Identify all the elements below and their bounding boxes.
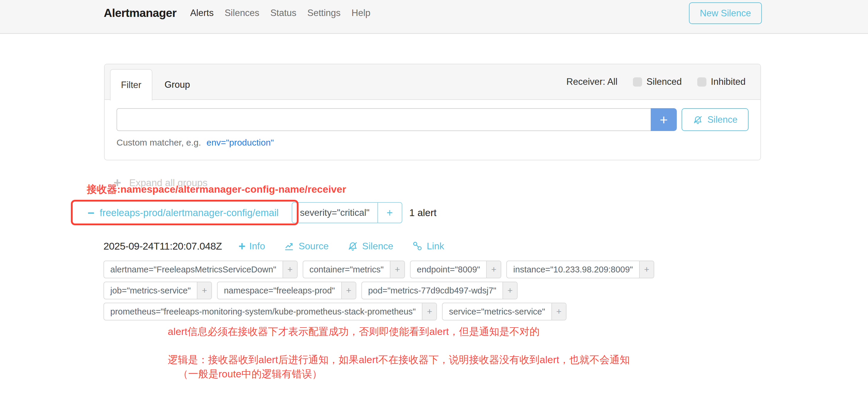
alert-labels: alertname="FreeleapsMetricsServiceDown" … [103,260,654,320]
alert-timestamp: 2025-09-24T11:20:07.048Z [103,240,222,252]
link-icon [412,240,423,252]
annotation-note-2: 逻辑是：接收器收到alert后进行通知，如果alert不在接收器下，说明接收器没… [168,353,630,367]
bell-slash-icon [347,240,359,252]
filter-card: Filter Group Receiver: All Silenced Inhi… [104,64,761,160]
silenced-checkbox[interactable] [633,78,642,87]
group-receiver-link[interactable]: freeleaps-prod/alertmanager-config/email [100,207,278,218]
label-tag: job="metrics-service" + [103,282,212,299]
silence-action[interactable]: Silence [347,240,393,252]
silence-action-label: Silence [362,241,393,252]
label-tag: alertname="FreeleapsMetricsServiceDown" … [103,260,298,278]
label-tag-text[interactable]: endpoint="8009" [410,261,486,278]
plus-icon: + [660,112,668,128]
source-action-label: Source [299,241,329,252]
brand-link[interactable]: Alertmanager [104,6,176,20]
tab-group[interactable]: Group [152,69,202,100]
plus-icon: + [238,240,245,252]
receiver-annotation: 接收器:namespace/altermanager-config-name/r… [87,183,346,196]
nav-links: Alerts Silences Status Settings Help [190,8,370,19]
nav-item-silences[interactable]: Silences [225,8,259,19]
plus-icon: + [386,207,393,219]
alert-group-row: − freeleaps-prod/alertmanager-config/ema… [88,201,436,225]
label-tag-text[interactable]: job="metrics-service" [104,282,197,299]
alertmanager-page: Alertmanager Alerts Silences Status Sett… [0,0,868,399]
annotation-note-1: alert信息必须在接收器下才表示配置成功，否则即使能看到alert，但是通知是… [168,325,539,339]
alert-count: 1 alert [409,207,437,218]
tab-filter[interactable]: Filter [110,69,152,100]
inhibited-checkbox-group[interactable]: Inhibited [697,76,746,87]
label-add-button[interactable]: + [639,261,654,278]
label-tag-text[interactable]: pod="metrics-77d9cdb497-wdsj7" [362,282,502,299]
label-tag-text[interactable]: service="metrics-service" [443,303,551,320]
label-tag: instance="10.233.98.209:8009" + [506,260,654,278]
label-tag-text[interactable]: instance="10.233.98.209:8009" [507,261,639,278]
filter-card-header: Filter Group Receiver: All Silenced Inhi… [105,64,761,100]
label-tag: namespace="freeleaps-prod" + [217,282,356,299]
alert-meta-row: 2025-09-24T11:20:07.048Z + Info Source [103,240,444,252]
nav-item-settings[interactable]: Settings [307,8,341,19]
label-tag: service="metrics-service" + [442,303,566,320]
add-matcher-button[interactable]: + [651,108,677,131]
helper-example-link[interactable]: env="production" [206,137,274,147]
label-add-button[interactable]: + [502,282,517,299]
label-tag-text[interactable]: prometheus="freeleaps-monitoring-system/… [104,303,422,320]
collapse-group-icon[interactable]: − [88,207,94,219]
helper-text: Custom matcher, e.g. [117,137,201,147]
label-tag: pod="metrics-77d9cdb497-wdsj7" + [361,282,518,299]
label-add-button[interactable]: + [390,261,404,278]
filter-options: Receiver: All Silenced Inhibited [566,64,746,99]
nav-item-status[interactable]: Status [270,8,297,19]
label-add-button[interactable]: + [341,282,356,299]
receiver-filter[interactable]: Receiver: All [566,76,618,87]
chart-icon [283,240,295,252]
filter-card-body: + Silence Custom matcher, e.g. env="prod… [105,100,761,148]
silenced-checkbox-group[interactable]: Silenced [633,76,682,87]
label-tag-text[interactable]: alertname="FreeleapsMetricsServiceDown" [104,261,282,278]
silence-filter-label: Silence [707,115,738,125]
nav-item-alerts[interactable]: Alerts [190,8,213,19]
link-action-label: Link [427,241,444,252]
matcher-input[interactable] [117,108,651,131]
silence-filter-button[interactable]: Silence [682,108,748,131]
inhibited-checkbox[interactable] [697,78,707,87]
group-matcher-label[interactable]: severity="critical" [292,203,377,223]
link-action[interactable]: Link [412,240,444,252]
label-add-button[interactable]: + [197,282,211,299]
bell-slash-icon [692,115,703,125]
new-silence-button[interactable]: New Silence [689,2,762,24]
group-matcher-tag: severity="critical" + [292,202,402,223]
inhibited-checkbox-label: Inhibited [711,76,746,87]
info-action[interactable]: + Info [238,240,265,252]
label-tag: endpoint="8009" + [410,260,501,278]
info-action-label: Info [249,241,265,252]
silenced-checkbox-label: Silenced [647,76,682,87]
annotation-note-3: （一般是route中的逻辑有错误） [178,367,322,381]
alert-actions: + Info Source Silence [238,240,444,252]
label-add-button[interactable]: + [486,261,501,278]
label-tag: prometheus="freeleaps-monitoring-system/… [103,303,437,320]
nav-item-help[interactable]: Help [351,8,371,19]
label-tag: container="metrics" + [303,260,405,278]
label-add-button[interactable]: + [422,303,436,320]
label-add-button[interactable]: + [551,303,566,320]
label-add-button[interactable]: + [282,261,297,278]
label-tag-text[interactable]: container="metrics" [303,261,390,278]
top-navbar: Alertmanager Alerts Silences Status Sett… [0,0,868,34]
matcher-helper: Custom matcher, e.g. env="production" [117,137,748,148]
label-tag-text[interactable]: namespace="freeleaps-prod" [218,282,341,299]
source-action[interactable]: Source [283,240,329,252]
group-matcher-add-button[interactable]: + [377,203,402,223]
